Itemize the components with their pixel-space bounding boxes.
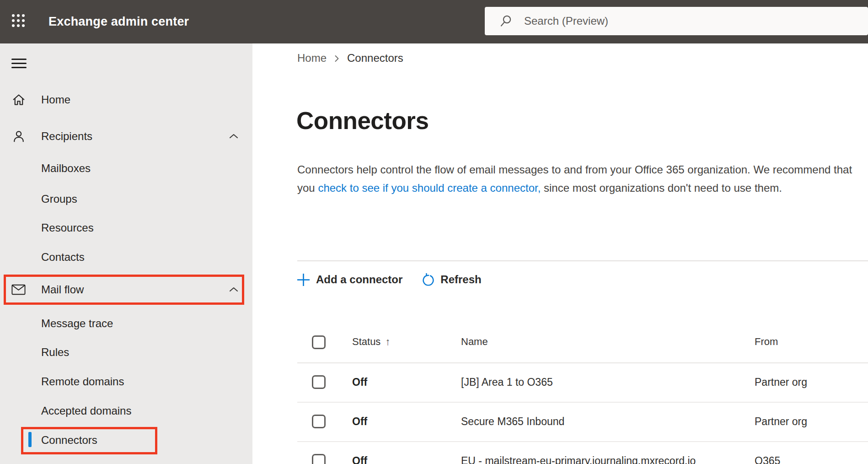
sidebar-item-resources[interactable]: Resources: [0, 214, 252, 242]
search-icon: [499, 15, 512, 27]
selected-item-indicator: [28, 432, 32, 447]
select-all-checkbox[interactable]: [312, 335, 326, 349]
breadcrumb-current: Connectors: [347, 52, 403, 65]
column-header-from[interactable]: From: [755, 336, 778, 348]
column-header-name[interactable]: Name: [461, 336, 488, 348]
sidebar-item-groups[interactable]: Groups: [0, 185, 252, 213]
sidebar-item-accepted-domains[interactable]: Accepted domains: [0, 397, 252, 425]
add-connector-button[interactable]: Add a connector: [296, 273, 402, 287]
top-app-bar: Exchange admin center: [0, 0, 868, 43]
mail-icon: [11, 284, 26, 295]
breadcrumb-home-link[interactable]: Home: [297, 52, 327, 65]
refresh-button[interactable]: Refresh: [422, 273, 481, 286]
breadcrumb: Home Connectors: [297, 52, 403, 65]
sidebar-item-mail-flow[interactable]: Mail flow: [0, 275, 252, 304]
app-title: Exchange admin center: [48, 0, 189, 43]
connector-name[interactable]: [JB] Area 1 to O365: [461, 376, 553, 388]
left-nav: Home Recipients Mailboxes Groups Reso: [0, 43, 252, 464]
description-text: since most organizations don't need to u…: [541, 182, 782, 194]
sidebar-item-remote-domains[interactable]: Remote domains: [0, 367, 252, 396]
toolbar-top-divider: [297, 260, 868, 261]
person-icon: [11, 129, 26, 143]
exchange-admin-center-window: Exchange admin center Home: [0, 0, 868, 464]
page-title: Connectors: [296, 107, 429, 135]
create-connector-check-link[interactable]: check to see if you should create a conn…: [318, 182, 541, 194]
sidebar-item-recipients[interactable]: Recipients: [0, 122, 252, 151]
row-checkbox[interactable]: [312, 375, 326, 389]
home-icon: [11, 93, 26, 107]
connector-status: Off: [352, 415, 367, 428]
app-launcher-waffle-icon[interactable]: [11, 14, 25, 27]
nav-collapse-hamburger-icon[interactable]: [11, 59, 27, 68]
main-content: Home Connectors Connectors Connectors he…: [252, 43, 868, 464]
chevron-up-icon[interactable]: [229, 286, 238, 294]
chevron-up-icon[interactable]: [229, 132, 238, 140]
connector-from: Partner org: [755, 415, 807, 428]
sidebar-item-connectors[interactable]: Connectors: [0, 426, 252, 454]
sidebar-item-mailboxes[interactable]: Mailboxes: [0, 154, 252, 183]
connector-status: Off: [352, 455, 367, 464]
connector-name[interactable]: Secure M365 Inbound: [461, 415, 564, 428]
sidebar-item-rules[interactable]: Rules: [0, 338, 252, 367]
row-divider: [297, 402, 868, 403]
connector-from: Partner org: [755, 376, 807, 388]
connector-from: O365: [755, 455, 780, 464]
sidebar-item-home[interactable]: Home: [0, 86, 252, 114]
column-header-status[interactable]: Status↑: [352, 336, 390, 348]
row-checkbox[interactable]: [312, 454, 326, 464]
sort-ascending-icon: ↑: [385, 336, 390, 347]
page-description: Connectors help control the flow of emai…: [297, 161, 853, 197]
search-input[interactable]: [524, 7, 853, 35]
header-divider: [297, 362, 868, 363]
global-search-box[interactable]: [485, 7, 868, 35]
breadcrumb-chevron-icon: [334, 54, 340, 63]
connector-status: Off: [352, 376, 367, 388]
plus-icon: [296, 273, 311, 287]
row-checkbox[interactable]: [312, 415, 326, 428]
command-toolbar: Add a connector Refresh: [296, 270, 482, 289]
refresh-icon: [422, 273, 435, 286]
sidebar-item-message-trace[interactable]: Message trace: [0, 309, 252, 338]
sidebar-item-contacts[interactable]: Contacts: [0, 243, 252, 271]
connector-name[interactable]: EU - mailstream-eu-primary.journaling.mx…: [461, 455, 696, 464]
row-divider: [297, 441, 868, 442]
